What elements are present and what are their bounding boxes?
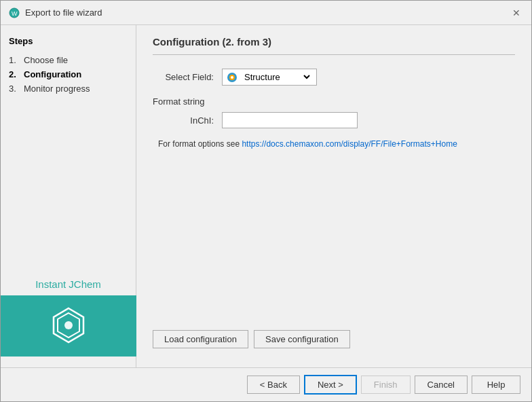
step-2: 2. Configuration	[9, 67, 128, 81]
brand-name: Instant JChem	[35, 278, 101, 290]
next-button[interactable]: Next >	[304, 375, 357, 395]
format-string-label: Format string	[153, 96, 515, 107]
hex-icon	[48, 305, 89, 348]
step-1-num: 1.	[9, 55, 21, 65]
format-info-prefix: For format options see	[158, 139, 242, 149]
select-field-wrapper[interactable]: Structure	[222, 69, 317, 86]
structure-icon	[227, 72, 238, 83]
export-wizard-dialog: W Export to file wizard ✕ Steps 1. Choos…	[0, 0, 532, 402]
dialog-title: Export to file wizard	[25, 7, 102, 18]
step-3-num: 3.	[9, 84, 21, 94]
step-1: 1. Choose file	[9, 53, 128, 67]
select-field-label: Select Field:	[153, 72, 214, 82]
brand-logo	[1, 295, 136, 357]
form-section: Select Field: Structure	[153, 69, 515, 149]
step-1-label: Choose file	[24, 55, 68, 65]
format-section: Format string InChI: For format options …	[153, 96, 515, 149]
inchi-row: InChI:	[153, 112, 515, 128]
title-bar: W Export to file wizard ✕	[1, 1, 531, 25]
main-panel: Configuration (2. from 3) Select Field:	[136, 25, 531, 367]
select-field-dropdown[interactable]: Structure	[242, 71, 312, 83]
select-field-row: Select Field: Structure	[153, 69, 515, 86]
inchi-input[interactable]	[222, 112, 358, 128]
step-3-label: Monitor progress	[24, 84, 90, 94]
main-header: Configuration (2. from 3)	[153, 36, 515, 55]
load-config-button[interactable]: Load configuration	[153, 330, 248, 348]
inchi-label: InChI:	[158, 115, 214, 126]
svg-point-8	[231, 76, 233, 79]
step-2-label: Configuration	[24, 69, 81, 79]
format-link[interactable]: https://docs.chemaxon.com/display/FF/Fil…	[242, 139, 457, 149]
wizard-icon: W	[9, 7, 20, 18]
steps-title: Steps	[9, 36, 128, 46]
svg-point-5	[64, 321, 73, 329]
svg-text:W: W	[12, 10, 18, 17]
footer: < Back Next > Finish Cancel Help	[1, 367, 531, 401]
finish-button[interactable]: Finish	[361, 376, 411, 394]
close-button[interactable]: ✕	[510, 6, 523, 20]
sidebar: Steps 1. Choose file 2. Configuration 3.…	[1, 25, 136, 367]
title-bar-left: W Export to file wizard	[9, 7, 102, 18]
steps-list: 1. Choose file 2. Configuration 3. Monit…	[9, 53, 128, 96]
sidebar-bottom: Instant JChem	[9, 278, 128, 357]
help-button[interactable]: Help	[472, 376, 520, 394]
config-buttons: Load configuration Save configuration	[153, 322, 515, 357]
step-3: 3. Monitor progress	[9, 81, 128, 96]
back-button[interactable]: < Back	[247, 376, 300, 394]
format-info: For format options see https://docs.chem…	[153, 139, 515, 149]
cancel-button[interactable]: Cancel	[415, 376, 468, 394]
step-2-num: 2.	[9, 69, 21, 79]
save-config-button[interactable]: Save configuration	[254, 330, 350, 348]
content-area: Steps 1. Choose file 2. Configuration 3.…	[1, 25, 531, 367]
